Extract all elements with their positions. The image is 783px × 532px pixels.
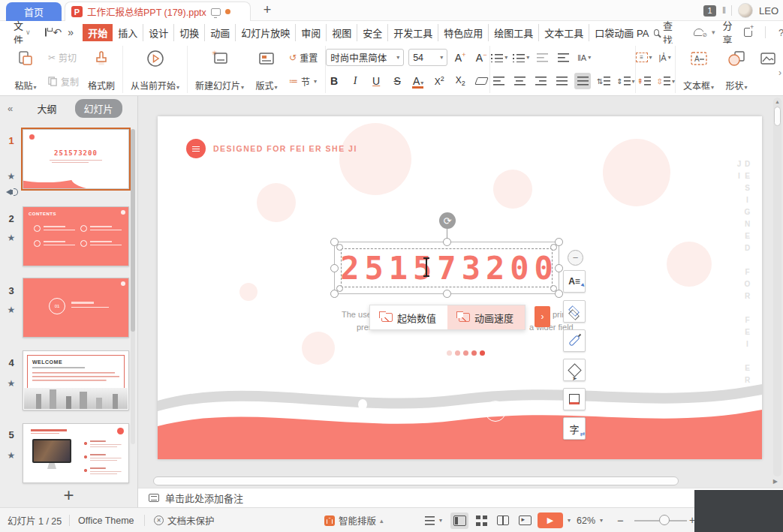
search-button[interactable]: 查找 (654, 18, 676, 47)
reset-button[interactable]: ↺重置 (286, 50, 321, 65)
slide-canvas[interactable]: DESIGNED FOR FEI ER SHE JI DESIGNED FOR … (158, 116, 762, 459)
align-center-button[interactable] (511, 73, 528, 89)
sidebar-collapse-button[interactable]: « (8, 103, 13, 114)
tab-document[interactable]: P 工作汇报总结PPT (179).pptx (65, 2, 251, 21)
shape-button[interactable]: 形状▾ (720, 46, 753, 93)
new-tab-button[interactable]: + (258, 2, 276, 19)
slide-thumbnail-4[interactable]: WELCOME (23, 350, 129, 410)
animation-speed-button[interactable]: 动画速度 (447, 305, 525, 329)
add-slide-button[interactable]: + (0, 485, 137, 506)
ribbon-tab-special[interactable]: 特色应用 (438, 24, 489, 41)
collapse-quick-tools-button[interactable]: − (568, 250, 583, 266)
play-slideshow-button[interactable]: ▶ ▾ (538, 508, 571, 532)
undo-icon[interactable]: ↶ (53, 26, 62, 38)
ribbon-tab-animation[interactable]: 动画 (205, 24, 236, 41)
help-button[interactable]: ? (778, 27, 783, 38)
theme-name[interactable]: Office Theme (78, 508, 134, 532)
message-count-badge[interactable]: 1 (703, 5, 716, 17)
avatar[interactable] (738, 3, 753, 18)
superscript-button[interactable]: X2 (431, 75, 447, 87)
share-button[interactable]: 分享 (723, 18, 737, 47)
inner-handle[interactable] (336, 244, 343, 251)
font-size-select[interactable]: 54▾ (408, 49, 447, 66)
decrease-indent-button[interactable] (534, 50, 550, 66)
shape-change-tool-button[interactable] (563, 359, 586, 381)
tab-slides[interactable]: 幻灯片 (75, 99, 122, 118)
slideshow-view-button[interactable] (516, 512, 534, 529)
font-name-select[interactable]: 时尚中黑简体▾ (326, 49, 404, 66)
new-slide-button[interactable]: ✳ 新建幻灯片▾ (192, 46, 247, 93)
bullets-button[interactable]: ▾ (490, 50, 507, 66)
slide-thumbnail-2[interactable]: CONTENTS (23, 206, 129, 266)
justify-button[interactable] (553, 73, 570, 89)
cloud-sync-icon[interactable] (694, 29, 704, 36)
slide-thumbnail-1[interactable]: 251573200 (23, 129, 129, 189)
animation-toolbar-more-button[interactable]: › (535, 306, 550, 327)
vertical-text-button[interactable]: |A̓▾ (657, 50, 673, 66)
ribbon-tab-security[interactable]: 安全 (357, 24, 388, 41)
resize-handle-w[interactable] (330, 264, 339, 272)
ribbon-tab-drawtools[interactable]: 绘图工具 (489, 24, 539, 41)
distribute-button[interactable] (574, 73, 591, 89)
text-direction-button[interactable]: ‖A▾ (576, 50, 592, 66)
share-page-icon[interactable] (744, 28, 752, 37)
underline-button[interactable]: U (368, 75, 384, 87)
inner-handle[interactable] (550, 285, 557, 292)
brush-tool-button[interactable] (563, 329, 586, 352)
slide-sorter-view-button[interactable] (472, 512, 490, 529)
ribbon-tab-devtools[interactable]: 开发工具 (388, 24, 438, 41)
line-spacing-button[interactable]: ⇅ (595, 73, 612, 89)
text-style-tool-button[interactable]: A≡ (563, 270, 586, 293)
layers-tool-button[interactable] (563, 300, 586, 323)
scroll-up-icon[interactable]: ▲ (775, 99, 780, 104)
font-replace-tool-button[interactable]: 字 (563, 417, 586, 440)
vertical-scrollbar[interactable]: ▲ (773, 98, 781, 476)
format-painter-button[interactable]: 格式刷 (85, 46, 118, 93)
quick-access-more-icon[interactable]: » (68, 26, 74, 38)
decrease-font-button[interactable]: A− (473, 51, 489, 64)
resize-handle-n[interactable] (443, 238, 451, 246)
horizontal-scrollbar-thumb[interactable] (153, 476, 679, 485)
rotate-handle[interactable]: ⟳ (439, 212, 456, 229)
horizontal-scrollbar[interactable]: ▶ (153, 476, 769, 485)
reading-view-button[interactable] (494, 512, 512, 529)
counter-textbox-selection[interactable]: 251573200 (334, 242, 559, 294)
strikethrough-button[interactable]: S (389, 75, 405, 87)
align-right-button[interactable] (532, 73, 549, 89)
inner-handle[interactable] (336, 285, 343, 292)
ribbon-tab-pocket-anim[interactable]: 口袋动画 PA (589, 24, 654, 41)
ribbon-tab-slideshow[interactable]: 幻灯片放映 (236, 24, 296, 41)
ribbon-tab-insert[interactable]: 插入 (113, 24, 143, 41)
ribbon-tab-review[interactable]: 审阅 (296, 24, 327, 41)
layout-button[interactable]: 版式▾ (250, 46, 283, 93)
slide-thumbnail-5[interactable] (23, 423, 129, 483)
increase-indent-button[interactable] (555, 50, 571, 66)
file-menu[interactable]: 文件∨ (14, 18, 31, 47)
ribbon-tab-texttools[interactable]: 文本工具 (539, 24, 589, 41)
font-color-button[interactable]: A▾ (410, 75, 426, 87)
tab-outline[interactable]: 大纲 (29, 99, 66, 118)
numbering-button[interactable]: ▾ (512, 50, 529, 66)
resize-handle-e[interactable] (555, 264, 563, 272)
frame-tool-button[interactable] (563, 388, 586, 410)
counter-value[interactable]: 251573200 (335, 250, 559, 287)
presentation-monitor-icon[interactable] (211, 8, 221, 16)
inner-handle[interactable] (550, 244, 557, 251)
textbox-button[interactable]: A 文本框▾ (680, 46, 717, 93)
notes-toggle-button[interactable]: ▾ (425, 508, 442, 532)
document-protection[interactable]: ✕ 文档未保护 (154, 508, 215, 532)
ribbon-tab-home[interactable]: 开始 (83, 24, 113, 41)
char-spacing-button[interactable]: ⇞ (636, 73, 652, 89)
scroll-right-icon[interactable]: ▶ (773, 478, 778, 485)
zoom-level[interactable]: 62% ▾ (577, 508, 603, 532)
ribbon-tab-view[interactable]: 视图 (327, 24, 357, 41)
save-icon[interactable] (45, 28, 47, 37)
increase-font-button[interactable]: A+ (452, 51, 468, 64)
vertical-scrollbar-thumb[interactable] (774, 107, 781, 126)
slide-brand[interactable]: DESIGNED FOR FEI ER SHE JI (186, 139, 357, 158)
zoom-slider-handle[interactable] (659, 515, 670, 525)
normal-view-button[interactable] (450, 512, 468, 529)
paste-button[interactable]: 粘贴▾ (9, 46, 42, 93)
ribbon-tab-transition[interactable]: 切换 (174, 24, 205, 41)
italic-button[interactable]: I (347, 75, 363, 87)
